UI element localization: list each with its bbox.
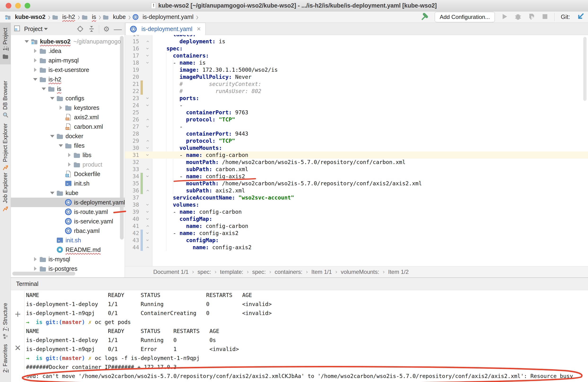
fold-marker-icon[interactable]: › — [143, 166, 152, 173]
editor-breadcrumb-item[interactable]: spec: — [197, 269, 211, 275]
editor-breadcrumb-item[interactable]: containers: — [274, 269, 302, 275]
editor-line-27[interactable]: 27› - — [125, 123, 588, 130]
editor-line-31[interactable]: 31› - name: config-carbon — [125, 152, 588, 158]
fold-marker-icon[interactable]: › — [143, 152, 152, 158]
editor-line-23[interactable]: 23› ports: — [125, 95, 588, 102]
fold-marker-icon[interactable]: › — [143, 45, 152, 52]
chevron-expanded-icon[interactable] — [23, 40, 31, 43]
chevron-collapsed-icon[interactable] — [65, 162, 73, 167]
tree-row-is-postgres[interactable]: is-postgres — [11, 264, 125, 273]
tree-row-carbon-xml[interactable]: <>carbon.xml — [11, 122, 125, 131]
chevron-collapsed-icon[interactable] — [31, 267, 39, 271]
tree-row-docker[interactable]: docker — [11, 131, 125, 141]
chevron-collapsed-icon[interactable] — [31, 257, 39, 261]
editor-breadcrumb-item[interactable]: volumeMounts: — [341, 269, 379, 275]
tree-row-is-route-yaml[interactable]: is-route.yaml — [11, 207, 125, 217]
breadcrumb-item-kube[interactable]: kube — [103, 14, 126, 20]
chevron-expanded-icon[interactable] — [40, 88, 48, 90]
fold-marker-icon[interactable]: › — [143, 116, 152, 123]
tree-row-kube[interactable]: kube — [11, 188, 125, 198]
tree-row-axis2-xml[interactable]: <>axis2.xml — [11, 112, 125, 122]
tree-row-configs[interactable]: configs — [11, 93, 125, 103]
editor-line-40[interactable]: 40› configMap: — [125, 215, 588, 223]
tree-row-product[interactable]: product — [11, 160, 125, 169]
fold-marker-icon[interactable]: › — [143, 237, 152, 244]
tree-row-files[interactable]: files — [11, 141, 125, 150]
editor-line-17[interactable]: 17› containers: — [125, 52, 588, 59]
fold-marker-icon[interactable]: › — [143, 38, 152, 45]
breadcrumb-item-is-deployment.yaml[interactable]: is-deployment.yaml — [132, 14, 193, 20]
collapse-all-icon[interactable] — [87, 25, 96, 33]
sidebar-item-db-browser[interactable]: DB Browser — [0, 78, 11, 121]
editor-breadcrumb-item[interactable]: Document 1/1 — [153, 269, 189, 275]
editor-line-44[interactable]: 44› name: config-axis2 — [125, 244, 588, 251]
stop-icon[interactable] — [542, 13, 548, 21]
editor-line-43[interactable]: 43› configMap: — [125, 237, 588, 244]
sidebar-item-job-explorer[interactable]: Job Explorer — [0, 171, 11, 213]
chevron-expanded-icon[interactable] — [31, 78, 39, 81]
project-view-dropdown[interactable]: Project — [24, 25, 48, 32]
locate-file-icon[interactable] — [76, 25, 84, 33]
editor-line-21[interactable]: 21 # securityContext: — [125, 80, 588, 88]
editor-line-35[interactable]: 35 mountPath: /home/wso2carbon/wso2is-5.… — [125, 180, 588, 187]
gear-icon[interactable]: ⚙ — [103, 25, 110, 33]
chevron-collapsed-icon[interactable] — [31, 49, 39, 53]
editor-line-20[interactable]: 20 imagePullPolicy: Never — [125, 73, 588, 80]
fold-marker-icon[interactable]: › — [143, 137, 152, 144]
tree-row-readme-md[interactable]: README.md — [11, 245, 125, 254]
editor-line-42[interactable]: 42› - name: config-axis2 — [125, 230, 588, 237]
fold-marker-icon[interactable]: › — [143, 187, 152, 194]
editor-line-41[interactable]: 41› name: config-carbon — [125, 223, 588, 230]
sidebar-item-2-favorites[interactable]: 2: Favorites — [0, 342, 11, 375]
hide-panel-icon[interactable]: — — [114, 25, 122, 33]
tree-row--idea[interactable]: .idea — [11, 46, 125, 56]
fold-marker-icon[interactable]: › — [143, 230, 152, 236]
editor-breadcrumb-item[interactable]: template: — [220, 269, 243, 275]
editor-breadcrumb-item[interactable]: Item 1/1 — [311, 269, 332, 275]
chevron-collapsed-icon[interactable] — [57, 106, 65, 110]
close-terminal-session-icon[interactable]: ✕ — [11, 343, 25, 353]
editor-line-15[interactable]: 15› deployment: is — [125, 38, 588, 45]
editor-line-24[interactable]: 24› - — [125, 102, 588, 109]
tree-row-rbac-yaml[interactable]: rbac.yaml — [11, 226, 125, 235]
chevron-expanded-icon[interactable] — [48, 192, 56, 194]
tree-row-libs[interactable]: libs — [11, 150, 125, 160]
tab-is-deployment-yaml[interactable]: is-deployment.yaml ✕ — [125, 23, 206, 35]
build-hammer-icon[interactable] — [420, 12, 429, 22]
tree-row-is[interactable]: is — [11, 84, 125, 93]
close-tab-icon[interactable]: ✕ — [197, 26, 201, 32]
new-terminal-session-icon[interactable]: + — [11, 309, 25, 318]
tree-row-is-h2[interactable]: is-h2 — [11, 75, 125, 84]
editor-vertical-scrollbar[interactable] — [583, 37, 587, 101]
sidebar-item-project-explorer[interactable]: Project Explorer — [0, 120, 11, 174]
editor-body[interactable]: 14 labels:15› deployment: is16› spec:17›… — [125, 35, 588, 266]
chevron-collapsed-icon[interactable] — [31, 68, 39, 72]
fold-marker-icon[interactable]: › — [143, 123, 152, 130]
run-icon[interactable] — [501, 13, 508, 21]
fold-marker-icon[interactable]: › — [143, 95, 152, 102]
terminal-output[interactable]: NAME READY STATUS RESTARTS AGEis-deploym… — [25, 291, 588, 382]
editor-line-30[interactable]: 30› volumeMounts: — [125, 144, 588, 152]
chevron-expanded-icon[interactable] — [57, 144, 65, 147]
fold-marker-icon[interactable]: › — [143, 59, 152, 66]
fold-marker-icon[interactable]: › — [143, 244, 152, 251]
editor-line-16[interactable]: 16› spec: — [125, 45, 588, 52]
editor-line-26[interactable]: 26› protocol: "TCP" — [125, 116, 588, 123]
editor-line-14[interactable]: 14 labels: — [125, 35, 588, 38]
editor-line-37[interactable]: 37 serviceAccountName: "wso2svc-account" — [125, 194, 588, 201]
add-configuration-button[interactable]: Add Configuration... — [435, 12, 495, 22]
fold-marker-icon[interactable]: › — [143, 216, 152, 222]
fold-marker-icon[interactable]: › — [143, 145, 152, 151]
sidebar-item-7-structure[interactable]: 7: Structure — [0, 303, 11, 339]
tree-row-dockerfile[interactable]: DDockerfile — [11, 169, 125, 179]
editor-line-18[interactable]: 18› - name: is — [125, 59, 588, 66]
tree-row-init-sh[interactable]: >_init.sh — [11, 179, 125, 188]
breadcrumb-item-is[interactable]: is — [82, 14, 96, 20]
editor-breadcrumb-item[interactable]: spec: — [252, 269, 266, 275]
fold-marker-icon[interactable]: › — [143, 102, 152, 109]
fold-marker-icon[interactable]: › — [143, 173, 152, 180]
fold-marker-icon[interactable]: › — [143, 202, 152, 208]
tree-row-apim-mysql[interactable]: apim-mysql — [11, 56, 125, 65]
sidebar-item-1-project[interactable]: 1: Project — [0, 23, 11, 64]
editor-line-28[interactable]: 28 containerPort: 9443 — [125, 130, 588, 137]
